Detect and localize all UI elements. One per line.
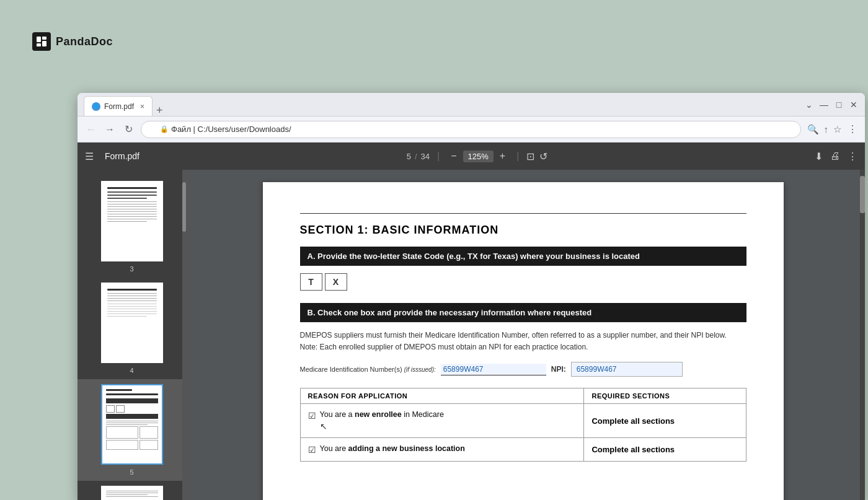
- thumbnail-num-5: 5: [130, 468, 133, 476]
- reason-text-1: You are a new enrollee in Medicare: [320, 410, 444, 419]
- required-cell-2: Complete all sections: [584, 438, 746, 462]
- close-button[interactable]: ✕: [849, 100, 859, 110]
- print-icon[interactable]: 🖨: [830, 151, 840, 162]
- svg-rect-0: [37, 37, 41, 42]
- pdf-navigation-center: 5 / 34 | − 125% + | ⊡ ↺: [146, 149, 808, 163]
- pdf-page-divider-line: |: [437, 151, 440, 162]
- thumbnail-image-6: [101, 486, 163, 500]
- col-reason-header: REASON FOR APPLICATION: [300, 388, 584, 404]
- reason-cell-1: ☑ You are a new enrollee in Medicare ↖: [300, 404, 584, 438]
- state-code-box-x[interactable]: X: [325, 273, 347, 291]
- col-required-header: REQUIRED SECTIONS: [584, 388, 746, 404]
- section-b-header: B. Check one box and provide the necessa…: [300, 303, 746, 322]
- pdf-toolbar-right: ⬇ 🖨 ⋮: [815, 151, 857, 162]
- thumbnail-image-4: [101, 283, 163, 363]
- rotate-icon[interactable]: ↺: [539, 151, 547, 162]
- thumbnail-num-3: 3: [130, 265, 133, 273]
- medicare-input[interactable]: 65899W467: [441, 364, 546, 375]
- chevron-down-icon[interactable]: ⌄: [804, 100, 814, 110]
- npi-input[interactable]: 65899W467: [571, 362, 683, 377]
- pandadoc-wordmark: PandaDoc: [56, 35, 113, 48]
- pdf-page-info: 5 / 34: [407, 152, 430, 161]
- tab-favicon: 🌐: [92, 102, 100, 111]
- bookmark-icon[interactable]: ☆: [833, 124, 841, 135]
- table-row-2: ☑ You are adding a new business location…: [300, 438, 746, 462]
- pandadoc-icon: [32, 32, 51, 51]
- application-table: REASON FOR APPLICATION REQUIRED SECTIONS…: [300, 388, 746, 462]
- thumbnail-image-5: [101, 384, 163, 465]
- svg-rect-3: [37, 43, 41, 46]
- active-tab[interactable]: 🌐 Form.pdf ×: [84, 96, 153, 116]
- forward-button[interactable]: →: [104, 124, 116, 135]
- required-text-2: Complete all sections: [591, 445, 675, 454]
- more-options-icon[interactable]: ⋮: [848, 151, 857, 162]
- pdf-scrollbar-thumb: [860, 176, 865, 213]
- tab-area: 🌐 Form.pdf × +: [84, 93, 799, 116]
- medicare-field-row: Medicare Identification Number(s) (if is…: [300, 362, 746, 377]
- zoom-level: 125%: [463, 151, 494, 162]
- zoom-in-button[interactable]: +: [496, 149, 509, 163]
- thumbnail-page-5[interactable]: 5: [78, 379, 186, 481]
- address-input[interactable]: 🔒 Файл | C:/Users/user/Downloads/: [141, 121, 801, 138]
- titlebar-controls: ⌄ — □ ✕: [804, 100, 859, 110]
- thumbnail-page-3[interactable]: 3: [78, 176, 186, 278]
- download-icon[interactable]: ⬇: [815, 151, 823, 162]
- svg-rect-2: [42, 41, 46, 46]
- browser-menu-button[interactable]: ⋮: [848, 123, 857, 135]
- table-row-1: ☑ You are a new enrollee in Medicare ↖: [300, 404, 746, 438]
- check-cell-2: ☑ You are adding a new business location: [308, 444, 577, 455]
- pdf-menu-icon[interactable]: ☰: [85, 151, 94, 162]
- zoom-icon[interactable]: 🔍: [807, 124, 819, 135]
- state-code-boxes: T X: [300, 273, 746, 291]
- required-text-1: Complete all sections: [591, 416, 675, 426]
- pdf-main-view[interactable]: SECTION 1: BASIC INFORMATION A. Provide …: [186, 170, 860, 500]
- fit-page-icon[interactable]: ⊡: [526, 151, 534, 162]
- reason-cell-2: ☑ You are adding a new business location: [300, 438, 584, 462]
- reload-button[interactable]: ↻: [122, 123, 135, 135]
- browser-titlebar: 🌐 Form.pdf × + ⌄ — □ ✕: [78, 93, 865, 116]
- pandadoc-logo: PandaDoc: [32, 32, 113, 51]
- pdf-filename: Form.pdf: [105, 151, 140, 161]
- thumbnail-image-3: [101, 181, 163, 261]
- pdf-scrollbar[interactable]: [860, 170, 865, 500]
- check-cell-1: ☑ You are a new enrollee in Medicare ↖: [308, 410, 577, 431]
- pdf-page-divider: /: [415, 152, 417, 161]
- tab-close-button[interactable]: ×: [140, 102, 144, 111]
- tab-title: Form.pdf: [104, 102, 134, 111]
- pdf-page: SECTION 1: BASIC INFORMATION A. Provide …: [263, 182, 784, 500]
- maximize-button[interactable]: □: [834, 100, 844, 110]
- address-text: Файл | C:/Users/user/Downloads/: [171, 125, 291, 134]
- new-tab-button[interactable]: +: [153, 105, 167, 116]
- pdf-current-page: 5: [407, 152, 411, 161]
- lock-icon: 🔒: [160, 125, 169, 133]
- state-code-box-t[interactable]: T: [300, 273, 322, 291]
- thumbnail-num-4: 4: [130, 367, 133, 374]
- browser-window: 🌐 Form.pdf × + ⌄ — □ ✕ ← → ↻ 🔒 Файл | C:…: [78, 93, 865, 500]
- section-1-title: SECTION 1: BASIC INFORMATION: [300, 224, 746, 237]
- minimize-button[interactable]: —: [819, 100, 829, 110]
- cursor-arrow-1: ↖: [320, 421, 327, 431]
- zoom-out-button[interactable]: −: [447, 149, 460, 163]
- back-button[interactable]: ←: [85, 124, 97, 135]
- pdf-total-pages: 34: [421, 152, 430, 161]
- medicare-label: Medicare Identification Number(s) (if is…: [300, 366, 436, 373]
- reason-text-2: You are adding a new business location: [320, 444, 465, 453]
- pdf-toolbar: ☰ Form.pdf 5 / 34 | − 125% + | ⊡ ↺ ⬇ 🖨 ⋮: [78, 143, 865, 170]
- thumbnail-page-6[interactable]: 6: [78, 481, 186, 500]
- thumbnail-sidebar: 3: [78, 170, 186, 500]
- svg-rect-1: [42, 37, 46, 40]
- section-b-description: DMEPOS suppliers must furnish their Medi…: [300, 330, 746, 353]
- checkbox-checked-2[interactable]: ☑: [308, 445, 316, 455]
- sidebar-scrollbar-thumb: [182, 182, 186, 232]
- sidebar-scrollbar[interactable]: [182, 170, 186, 500]
- pdf-zoom-divider: |: [516, 151, 519, 162]
- pdf-separator: [300, 213, 746, 214]
- required-cell-1: Complete all sections: [584, 404, 746, 438]
- pdf-content-area: 3: [78, 170, 865, 500]
- checkbox-checked-1[interactable]: ☑: [308, 411, 316, 421]
- share-icon[interactable]: ↑: [824, 124, 829, 134]
- address-actions: 🔍 ↑ ☆: [807, 124, 842, 135]
- npi-label: NPI:: [551, 365, 566, 374]
- thumbnail-page-4[interactable]: 4: [78, 278, 186, 379]
- section-a-header: A. Provide the two-letter State Code (e.…: [300, 247, 746, 266]
